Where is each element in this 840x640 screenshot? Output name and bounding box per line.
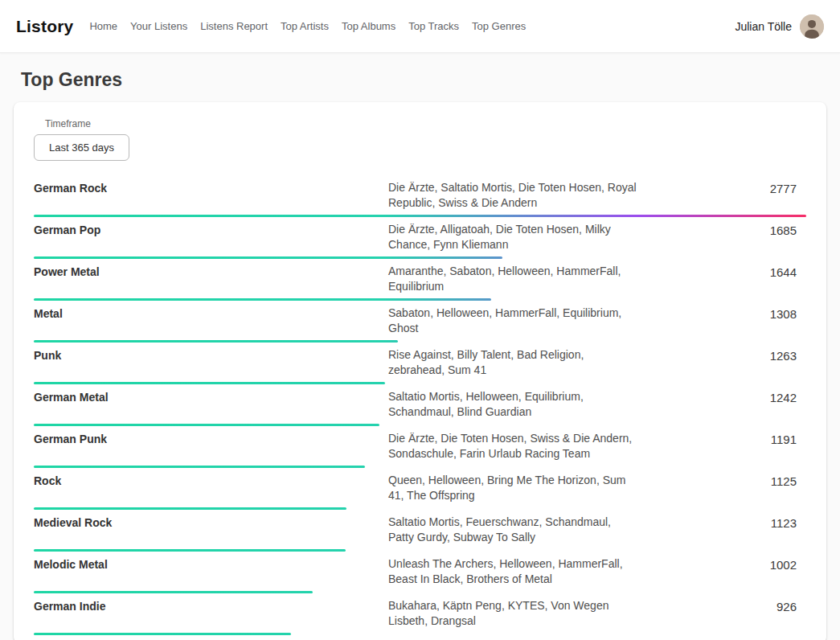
- genre-row[interactable]: Medieval Rock Saltatio Mortis, Feuerschw…: [34, 510, 806, 552]
- user-name[interactable]: Julian Tölle: [735, 20, 792, 33]
- genre-row[interactable]: Punk Rise Against, Billy Talent, Bad Rel…: [34, 343, 806, 384]
- genre-row[interactable]: Power Metal Amaranthe, Sabaton, Hellowee…: [34, 259, 806, 301]
- genre-name: Medieval Rock: [34, 515, 388, 529]
- nav-item-top-albums[interactable]: Top Albums: [342, 20, 395, 32]
- genre-top-artists: Rise Against, Billy Talent, Bad Religion…: [388, 347, 637, 378]
- genre-top-artists: Die Ärzte, Alligatoah, Die Toten Hosen, …: [388, 222, 637, 252]
- genre-name: Power Metal: [34, 264, 388, 278]
- genre-name: Punk: [34, 347, 388, 362]
- genre-row[interactable]: Melodic Metal Unleash The Archers, Hello…: [34, 552, 806, 593]
- nav-item-your-listens[interactable]: Your Listens: [130, 20, 187, 32]
- genre-name: German Pop: [34, 222, 388, 236]
- genre-name: Melodic Metal: [34, 556, 388, 571]
- nav-item-listens-report[interactable]: Listens Report: [200, 20, 268, 32]
- genres-table: German Rock Die Ärzte, Saltatio Mortis, …: [34, 175, 806, 635]
- top-genres-card: Timeframe Last 365 days German Rock Die …: [14, 102, 826, 640]
- genre-bar-track: [34, 633, 806, 635]
- genre-row[interactable]: Rock Queen, Helloween, Bring Me The Hori…: [34, 468, 806, 510]
- genre-top-artists: Die Ärzte, Saltatio Mortis, Die Toten Ho…: [388, 180, 637, 211]
- genre-listen-count: 926: [776, 598, 806, 613]
- user-avatar[interactable]: [800, 14, 824, 39]
- avatar-photo: [800, 14, 824, 39]
- genre-row[interactable]: German Punk Die Ärzte, Die Toten Hosen, …: [34, 426, 806, 468]
- genre-top-artists: Amaranthe, Sabaton, Helloween, HammerFal…: [388, 264, 637, 294]
- nav-item-top-tracks[interactable]: Top Tracks: [408, 20, 459, 32]
- genre-row[interactable]: German Metal Saltatio Mortis, Helloween,…: [34, 384, 806, 426]
- genre-row[interactable]: Metal Sabaton, Helloween, HammerFall, Eq…: [34, 301, 806, 343]
- genre-name: Metal: [34, 306, 388, 320]
- genre-row[interactable]: German Pop Die Ärzte, Alligatoah, Die To…: [34, 217, 806, 259]
- genre-listen-count: 1123: [771, 515, 806, 530]
- genre-listen-count: 1685: [770, 222, 806, 237]
- genre-top-artists: Saltatio Mortis, Helloween, Equilibrium,…: [388, 389, 637, 420]
- genre-name: German Punk: [34, 431, 388, 445]
- timeframe-control: Timeframe Last 365 days: [34, 118, 806, 161]
- genre-top-artists: Sabaton, Helloween, HammerFall, Equilibr…: [388, 306, 637, 336]
- genre-listen-count: 1125: [771, 473, 806, 488]
- nav-item-home[interactable]: Home: [89, 20, 117, 32]
- genre-listen-count: 1242: [770, 389, 806, 404]
- genre-name: German Metal: [34, 389, 388, 404]
- genre-listen-count: 1644: [770, 264, 806, 279]
- genre-top-artists: Bukahara, Käptn Peng, KYTES, Von Wegen L…: [388, 598, 637, 629]
- genre-top-artists: Saltatio Mortis, Feuerschwanz, Schandmau…: [388, 515, 637, 545]
- top-navbar: Listory HomeYour ListensListens ReportTo…: [0, 0, 840, 53]
- app-logo[interactable]: Listory: [16, 17, 73, 36]
- genre-listen-count: 1308: [770, 306, 806, 321]
- timeframe-label: Timeframe: [45, 118, 806, 129]
- genre-top-artists: Unleash The Archers, Helloween, HammerFa…: [388, 556, 637, 587]
- genre-listen-count: 1263: [770, 347, 806, 363]
- genre-name: German Rock: [34, 180, 388, 195]
- genre-name: Rock: [34, 473, 388, 487]
- genre-bar: [34, 633, 291, 635]
- page-title: Top Genres: [21, 69, 819, 91]
- genre-listen-count: 1002: [770, 556, 806, 572]
- nav-item-top-artists[interactable]: Top Artists: [281, 20, 329, 32]
- genre-listen-count: 1191: [771, 431, 806, 446]
- genre-name: German Indie: [34, 598, 388, 613]
- genre-top-artists: Queen, Helloween, Bring Me The Horizon, …: [388, 473, 637, 503]
- genre-row[interactable]: German Indie Bukahara, Käptn Peng, KYTES…: [34, 593, 806, 635]
- nav-item-top-genres[interactable]: Top Genres: [472, 20, 526, 32]
- timeframe-select[interactable]: Last 365 days: [34, 134, 129, 161]
- user-menu: Julian Tölle: [735, 14, 824, 39]
- genre-listen-count: 2777: [770, 180, 806, 195]
- page-content: Top Genres Timeframe Last 365 days Germa…: [0, 69, 840, 640]
- genre-top-artists: Die Ärzte, Die Toten Hosen, Swiss & Die …: [388, 431, 637, 462]
- genre-row[interactable]: German Rock Die Ärzte, Saltatio Mortis, …: [34, 175, 806, 217]
- main-nav: HomeYour ListensListens ReportTop Artist…: [89, 20, 539, 32]
